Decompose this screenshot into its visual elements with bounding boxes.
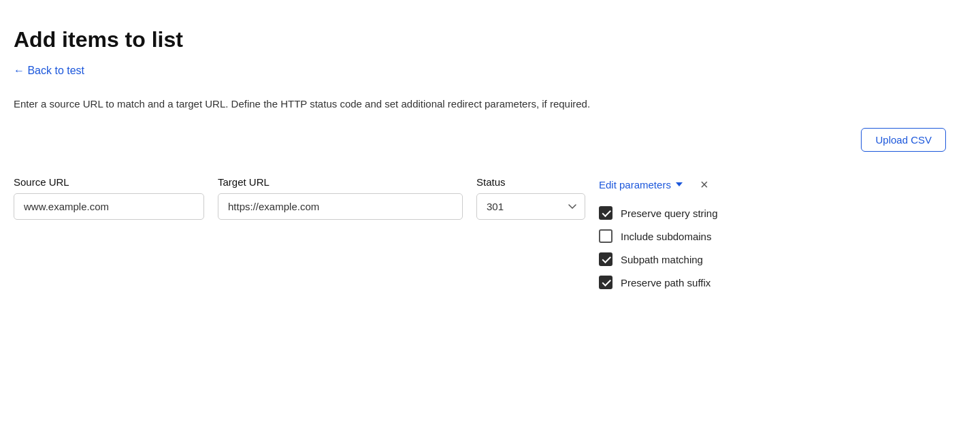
upload-csv-row: Upload CSV (14, 128, 953, 152)
subpath-matching-checkbox[interactable] (599, 252, 612, 266)
checkbox-include-subdomains: Include subdomains (599, 227, 789, 246)
page-description: Enter a source URL to match and a target… (14, 96, 626, 112)
edit-parameters-label: Edit parameters (599, 179, 671, 191)
target-url-input[interactable] (218, 193, 463, 220)
source-url-input[interactable] (14, 193, 204, 220)
preserve-query-checkbox[interactable] (599, 206, 612, 220)
target-url-group: Target URL (218, 176, 463, 220)
page-title: Add items to list (14, 27, 953, 52)
source-url-group: Source URL (14, 176, 204, 220)
status-select[interactable]: 301 302 307 308 (476, 193, 585, 220)
edit-parameters-link[interactable]: Edit parameters (599, 179, 683, 191)
upload-csv-button[interactable]: Upload CSV (861, 128, 946, 152)
params-section: Edit parameters × Preserve query string … (599, 176, 789, 292)
include-subdomains-label: Include subdomains (621, 231, 711, 242)
preserve-path-suffix-label: Preserve path suffix (621, 277, 710, 289)
preserve-path-suffix-checkbox[interactable] (599, 276, 612, 289)
target-url-label: Target URL (218, 176, 463, 188)
chevron-down-icon (676, 182, 683, 186)
checkbox-preserve-query: Preserve query string (599, 203, 789, 222)
form-section: Source URL Target URL Status 301 302 307… (14, 176, 953, 292)
include-subdomains-checkbox[interactable] (599, 229, 612, 243)
close-button[interactable]: × (696, 176, 713, 193)
source-url-label: Source URL (14, 176, 204, 188)
preserve-query-label: Preserve query string (621, 208, 718, 219)
status-group: Status 301 302 307 308 (476, 176, 585, 220)
checkbox-preserve-path-suffix: Preserve path suffix (599, 273, 789, 292)
checkbox-subpath-matching: Subpath matching (599, 250, 789, 269)
params-header-row: Edit parameters × (599, 176, 789, 193)
back-to-test-link[interactable]: ← Back to test (14, 65, 84, 77)
status-label: Status (476, 176, 585, 188)
subpath-matching-label: Subpath matching (621, 254, 703, 265)
